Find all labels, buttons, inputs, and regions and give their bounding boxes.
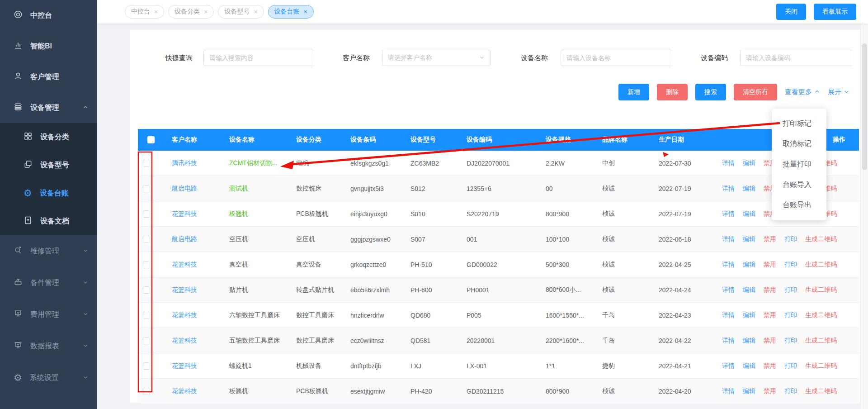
cell-customer[interactable]: 花篮科技 [167,277,225,302]
row-action-edit[interactable]: 编辑 [743,235,755,243]
tab-device-model[interactable]: 设备型号 × [218,5,264,19]
cell-name[interactable]: 贴片机 [225,277,292,302]
cell-customer[interactable]: 花篮科技 [167,353,225,378]
sidebar-item-device-model[interactable]: 设备型号 [0,151,97,179]
sidebar-item-device-ledger[interactable]: ⚙ 设备台账 [0,179,97,207]
clear-all-button[interactable]: 清空所有 [734,84,777,100]
row-action-detail[interactable]: 详情 [722,210,735,218]
cell-customer[interactable]: 花篮科技 [167,252,225,277]
row-checkbox[interactable] [143,388,150,395]
row-action-detail[interactable]: 详情 [722,362,735,370]
sidebar-item-settings[interactable]: ⚙ 系统设置 [0,362,97,394]
sidebar-item-reports[interactable]: 数据报表 [0,330,97,362]
vertical-scrollbar[interactable] [861,24,868,409]
row-action-print[interactable]: 打印 [784,311,797,319]
close-button[interactable]: 关闭 [776,4,806,20]
row-action-detail[interactable]: 详情 [722,337,735,345]
row-action-disable[interactable]: 禁用 [764,311,776,319]
cell-name[interactable]: 真空机 [225,252,292,277]
row-checkbox[interactable] [143,362,150,370]
row-action-edit[interactable]: 编辑 [743,362,755,370]
close-icon[interactable]: × [304,9,307,15]
row-checkbox[interactable] [143,261,150,268]
menu-item-print-mark[interactable]: 打印标记 [772,113,826,133]
select-all-checkbox[interactable] [147,136,155,143]
menu-item-batch-print[interactable]: 批量打印 [772,154,826,174]
row-action-print[interactable]: 打印 [784,387,797,395]
row-action-print[interactable]: 打印 [784,261,797,269]
tab-device-ledger[interactable]: 设备台账 × [268,5,314,19]
cell-customer[interactable]: 花篮科技 [167,303,225,328]
expand-link[interactable]: 展开 [828,88,849,96]
cell-name[interactable]: 六轴数控工具磨床 [225,303,292,328]
row-checkbox[interactable] [143,236,150,243]
row-action-disable[interactable]: 禁用 [764,387,776,395]
cell-name[interactable]: 测试机 [225,176,292,201]
view-more-link[interactable]: 查看更多 [785,88,820,96]
row-action-edit[interactable]: 编辑 [743,387,755,395]
row-action-generate-qrcode[interactable]: 生成二维码 [805,235,837,243]
cell-customer[interactable]: 花篮科技 [167,201,225,226]
cell-customer[interactable]: 花篮科技 [167,379,225,404]
sidebar-item-bi[interactable]: 智能BI [0,31,97,62]
row-action-generate-qrcode[interactable]: 生成二维码 [805,337,837,345]
cell-customer[interactable]: 航启电路 [167,176,225,201]
quick-search-input[interactable] [203,50,314,66]
tab-device-category[interactable]: 设备分类 × [168,5,214,19]
row-action-edit[interactable]: 编辑 [743,159,755,167]
customer-name-select[interactable]: 请选择客户名称 [382,50,491,66]
row-action-edit[interactable]: 编辑 [743,185,755,193]
close-icon[interactable]: × [154,9,158,15]
cell-name[interactable]: 螺旋机1 [225,353,292,378]
sidebar-item-device-category[interactable]: 设备分类 [0,123,97,151]
row-action-edit[interactable]: 编辑 [743,210,755,218]
cell-customer[interactable]: 花篮科技 [167,328,225,353]
row-action-disable[interactable]: 禁用 [764,261,776,269]
cell-name[interactable]: 空压机 [225,227,292,252]
search-button[interactable]: 搜索 [695,84,726,100]
row-action-detail[interactable]: 详情 [722,286,735,294]
row-checkbox[interactable] [143,160,150,167]
row-action-detail[interactable]: 详情 [722,159,735,167]
row-action-edit[interactable]: 编辑 [743,261,755,269]
cell-customer[interactable]: 腾讯科技 [167,151,225,176]
cell-customer[interactable]: 航启电路 [167,227,225,252]
row-action-edit[interactable]: 编辑 [743,337,755,345]
row-action-detail[interactable]: 详情 [722,235,735,243]
sidebar-item-fees[interactable]: 费用管理 [0,299,97,330]
row-action-print[interactable]: 打印 [784,235,797,243]
row-action-detail[interactable]: 详情 [722,387,735,395]
sidebar-item-device-docs[interactable]: 设备文档 [0,207,97,235]
row-action-disable[interactable]: 禁用 [764,286,776,294]
sidebar-item-spare-parts[interactable]: 备件管理 [0,267,97,299]
sidebar-item-console[interactable]: 中控台 [0,0,97,31]
row-action-detail[interactable]: 详情 [722,311,735,319]
row-action-generate-qrcode[interactable]: 生成二维码 [805,286,837,294]
sidebar-item-customers[interactable]: 客户管理 [0,62,97,92]
menu-item-ledger-import[interactable]: 台账导入 [772,174,826,195]
cell-name[interactable]: 板翘机 [225,201,292,226]
menu-item-ledger-export[interactable]: 台账导出 [772,195,826,215]
row-checkbox[interactable] [143,312,150,319]
row-checkbox[interactable] [143,210,150,218]
row-action-detail[interactable]: 详情 [722,261,735,269]
board-display-button[interactable]: 看板展示 [814,4,856,20]
close-icon[interactable]: × [204,9,208,15]
row-action-disable[interactable]: 禁用 [764,235,776,243]
sidebar-item-devices[interactable]: 设备管理 [0,92,97,123]
cell-name[interactable]: 五轴数控工具磨床 [225,328,292,353]
scrollbar-thumb[interactable] [862,43,867,170]
cell-name[interactable]: 板翘机 [225,379,292,404]
row-action-generate-qrcode[interactable]: 生成二维码 [805,261,837,269]
tab-console[interactable]: 中控台 × [125,5,164,19]
device-code-input[interactable] [740,50,852,66]
delete-button[interactable]: 删除 [657,84,688,100]
row-action-generate-qrcode[interactable]: 生成二维码 [805,387,837,395]
row-action-generate-qrcode[interactable]: 生成二维码 [805,311,837,319]
row-action-disable[interactable]: 禁用 [764,337,776,345]
row-action-edit[interactable]: 编辑 [743,286,755,294]
row-checkbox[interactable] [143,337,150,344]
row-checkbox[interactable] [143,286,150,294]
row-action-print[interactable]: 打印 [784,286,797,294]
sidebar-item-repair[interactable]: 维修管理 [0,235,97,267]
